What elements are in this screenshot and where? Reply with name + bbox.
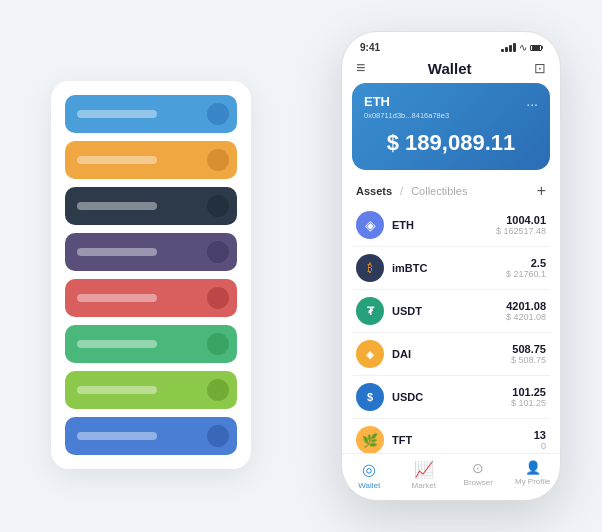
asset-values-dai: 508.75 $ 508.75 [511, 343, 546, 365]
menu-button[interactable]: ≡ [356, 59, 365, 77]
nav-browser-label: Browser [464, 478, 493, 487]
asset-values-eth: 1004.01 $ 162517.48 [496, 214, 546, 236]
asset-item-imbtc[interactable]: ₿ imBTC 2.5 $ 21760.1 [352, 247, 550, 290]
battery-icon [530, 45, 542, 51]
eth-card-balance: $ 189,089.11 [364, 126, 538, 160]
asset-name-tft: TFT [392, 434, 534, 446]
usdt-icon: ₮ [356, 297, 384, 325]
nav-profile[interactable]: 👤 My Profile [506, 460, 561, 490]
asset-item-usdt[interactable]: ₮ USDT 4201.08 $ 4201.08 [352, 290, 550, 333]
usdt-amount: 4201.08 [506, 300, 546, 312]
eth-usd: $ 162517.48 [496, 226, 546, 236]
eth-card-name: ETH [364, 94, 390, 109]
assets-tabs: Assets / Collectibles [356, 185, 467, 197]
eth-card-more[interactable]: ... [526, 93, 538, 109]
market-nav-icon: 📈 [414, 460, 434, 479]
card-stack [51, 81, 251, 469]
wallet-card-3[interactable] [65, 187, 237, 225]
imbtc-icon: ₿ [356, 254, 384, 282]
wallet-card-5[interactable] [65, 279, 237, 317]
asset-item-tft[interactable]: 🌿 TFT 13 0 [352, 419, 550, 453]
eth-card[interactable]: ETH ... 0x08711d3b...8416a78e3 $ 189,089… [352, 83, 550, 170]
tft-amount: 13 [534, 429, 546, 441]
profile-nav-icon: 👤 [525, 460, 541, 475]
bottom-nav: ◎ Wallet 📈 Market ⊙ Browser 👤 My Profile [342, 453, 560, 500]
nav-market[interactable]: 📈 Market [397, 460, 452, 490]
asset-values-usdt: 4201.08 $ 4201.08 [506, 300, 546, 322]
nav-wallet-label: Wallet [358, 481, 380, 490]
asset-values-imbtc: 2.5 $ 21760.1 [506, 257, 546, 279]
asset-name-usdc: USDC [392, 391, 511, 403]
wifi-icon: ∿ [519, 42, 527, 53]
usdt-usd: $ 4201.08 [506, 312, 546, 322]
asset-item-eth[interactable]: ◈ ETH 1004.01 $ 162517.48 [352, 204, 550, 247]
status-icons: ∿ [501, 42, 542, 53]
scan-button[interactable]: ⊡ [534, 60, 546, 76]
nav-profile-label: My Profile [515, 477, 551, 486]
wallet-card-7[interactable] [65, 371, 237, 409]
dai-amount: 508.75 [511, 343, 546, 355]
tft-icon: 🌿 [356, 426, 384, 453]
eth-card-address: 0x08711d3b...8416a78e3 [364, 111, 538, 120]
wallet-nav-icon: ◎ [362, 460, 376, 479]
imbtc-usd: $ 21760.1 [506, 269, 546, 279]
dai-icon: ◈ [356, 340, 384, 368]
status-time: 9:41 [360, 42, 380, 53]
wallet-card-1[interactable] [65, 95, 237, 133]
dai-usd: $ 508.75 [511, 355, 546, 365]
imbtc-amount: 2.5 [506, 257, 546, 269]
eth-icon: ◈ [356, 211, 384, 239]
wallet-card-6[interactable] [65, 325, 237, 363]
status-bar: 9:41 ∿ [342, 32, 560, 57]
nav-browser[interactable]: ⊙ Browser [451, 460, 506, 490]
tab-collectibles[interactable]: Collectibles [411, 185, 467, 197]
wallet-card-8[interactable] [65, 417, 237, 455]
phone: 9:41 ∿ ≡ Wallet ⊡ ETH [341, 31, 561, 501]
asset-name-usdt: USDT [392, 305, 506, 317]
tab-divider: / [400, 185, 403, 197]
asset-list: ◈ ETH 1004.01 $ 162517.48 ₿ imBTC 2.5 $ … [342, 204, 560, 453]
eth-card-header: ETH ... [364, 93, 538, 109]
eth-amount: 1004.01 [496, 214, 546, 226]
assets-header: Assets / Collectibles + [342, 178, 560, 204]
browser-nav-icon: ⊙ [472, 460, 484, 476]
scene: 9:41 ∿ ≡ Wallet ⊡ ETH [21, 21, 581, 511]
asset-name-imbtc: imBTC [392, 262, 506, 274]
asset-name-dai: DAI [392, 348, 511, 360]
signal-icon [501, 43, 516, 52]
asset-item-usdc[interactable]: $ USDC 101.25 $ 101.25 [352, 376, 550, 419]
asset-item-dai[interactable]: ◈ DAI 508.75 $ 508.75 [352, 333, 550, 376]
phone-header: ≡ Wallet ⊡ [342, 57, 560, 83]
usdc-usd: $ 101.25 [511, 398, 546, 408]
wallet-card-2[interactable] [65, 141, 237, 179]
page-title: Wallet [428, 60, 472, 77]
nav-market-label: Market [412, 481, 436, 490]
asset-values-usdc: 101.25 $ 101.25 [511, 386, 546, 408]
asset-name-eth: ETH [392, 219, 496, 231]
usdc-icon: $ [356, 383, 384, 411]
wallet-card-4[interactable] [65, 233, 237, 271]
tab-assets[interactable]: Assets [356, 185, 392, 197]
asset-values-tft: 13 0 [534, 429, 546, 451]
add-asset-button[interactable]: + [537, 182, 546, 200]
tft-usd: 0 [534, 441, 546, 451]
usdc-amount: 101.25 [511, 386, 546, 398]
nav-wallet[interactable]: ◎ Wallet [342, 460, 397, 490]
